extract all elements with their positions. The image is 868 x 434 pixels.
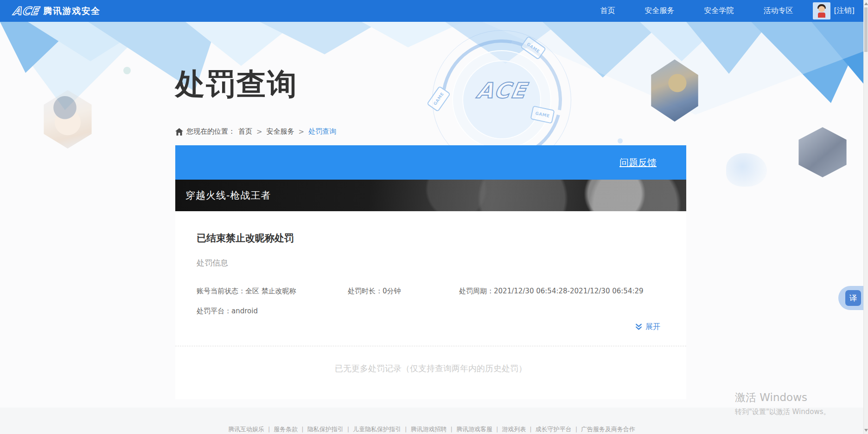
footer: 腾讯互动娱乐|服务条款|隐私保护指引|儿童隐私保护指引|腾讯游戏招聘|腾讯游戏客… [0, 408, 868, 434]
breadcrumb-separator: > [299, 128, 305, 136]
deco-hexagon-character-right [647, 59, 702, 122]
footer-link[interactable]: 广告服务及商务合作 [581, 426, 635, 433]
footer-link[interactable]: 隐私保护指引 [307, 426, 344, 433]
footer-separator: | [496, 426, 498, 433]
footer-separator: | [530, 426, 531, 433]
field-label: 处罚平台： [197, 307, 231, 315]
scrollbar-thumb[interactable] [864, 7, 868, 52]
field-label: 处罚周期： [459, 287, 494, 295]
footer-link[interactable]: 腾讯游戏客服 [456, 426, 492, 433]
footer-link[interactable]: 成长守护平台 [536, 426, 572, 433]
game-tag-icon: GAME [427, 86, 451, 112]
user-avatar[interactable] [813, 2, 830, 19]
watermark-title: 激活 Windows [735, 390, 830, 405]
field-account-status: 账号当前状态：全区 禁止改昵称 [197, 287, 348, 296]
logout-link[interactable]: [注销] [834, 6, 855, 16]
no-more-records-message: 已无更多处罚记录（仅支持查询两年内的历史处罚） [175, 346, 686, 399]
deco-hexagon-dark [795, 127, 850, 177]
breadcrumb-current: 处罚查询 [308, 127, 336, 136]
footer-link[interactable]: 儿童隐私保护指引 [353, 426, 401, 433]
nav-item-security-academy[interactable]: 安全学院 [704, 6, 734, 16]
translate-icon: 译 [845, 290, 861, 306]
nav-item-home[interactable]: 首页 [600, 6, 615, 16]
deco-dot [618, 138, 623, 143]
field-platform: 处罚平台：android [197, 307, 258, 316]
nav-item-activity-zone[interactable]: 活动专区 [764, 6, 793, 16]
punishment-record: 已结束禁止改昵称处罚 处罚信息 账号当前状态：全区 禁止改昵称 处罚时长：0分钟… [175, 232, 686, 332]
emblem-mid-ring [452, 50, 551, 149]
punishment-query-card: 问题反馈 穿越火线-枪战王者 已结束禁止改昵称处罚 处罚信息 账号当前状态：全区… [175, 145, 686, 399]
footer-separator: | [268, 426, 270, 433]
brand-title: 腾讯游戏安全 [44, 5, 101, 17]
breadcrumb: 您现在的位置： 首页 > 安全服务 > 处罚查询 [175, 127, 336, 136]
brand[interactable]: ACE 腾讯游戏安全 [13, 5, 101, 17]
vertical-scrollbar[interactable] [863, 0, 868, 434]
footer-links: 腾讯互动娱乐|服务条款|隐私保护指引|儿童隐私保护指引|腾讯游戏招聘|腾讯游戏客… [0, 425, 863, 434]
record-section-label: 处罚信息 [197, 258, 665, 268]
home-icon [175, 128, 183, 136]
avatar-face [818, 6, 825, 12]
field-value: 0分钟 [383, 287, 401, 295]
footer-link[interactable]: 腾讯游戏招聘 [411, 426, 447, 433]
footer-link[interactable]: 腾讯互动娱乐 [228, 426, 264, 433]
breadcrumb-security-services[interactable]: 安全服务 [267, 127, 294, 136]
scrollbar-down-arrow-icon[interactable] [864, 429, 868, 432]
footer-separator: | [405, 426, 407, 433]
deco-character-fairy [726, 153, 767, 187]
game-tag-icon: GAME [520, 36, 547, 60]
expand-row: 展开 [197, 322, 665, 332]
field-period: 处罚周期：2021/12/30 06:54:28-2021/12/30 06:5… [459, 287, 644, 296]
page-title: 处罚查询 [175, 64, 298, 104]
footer-separator: | [451, 426, 453, 433]
scrollbar-up-arrow-icon[interactable] [864, 2, 868, 5]
game-tag-icon: GAME [530, 105, 555, 123]
game-banner: 穿越火线-枪战王者 [175, 180, 686, 211]
breadcrumb-home[interactable]: 首页 [238, 127, 252, 136]
chevron-double-down-icon[interactable] [635, 323, 643, 331]
field-label: 账号当前状态： [197, 287, 245, 295]
top-navbar: ACE 腾讯游戏安全 首页 安全服务 安全学院 活动专区 [注销] [0, 0, 868, 22]
emblem-ace-logo: ACE [461, 78, 542, 103]
breadcrumb-prefix: 您现在的位置： [186, 127, 235, 136]
feedback-banner: 问题反馈 [175, 145, 686, 180]
emblem-disc [462, 60, 541, 139]
game-title: 穿越火线-枪战王者 [185, 189, 271, 202]
feedback-link[interactable]: 问题反馈 [619, 156, 657, 169]
field-value: 2021/12/30 06:54:28-2021/12/30 06:54:29 [494, 287, 644, 295]
footer-separator: | [347, 426, 349, 433]
footer-link[interactable]: 服务条款 [274, 426, 298, 433]
hero-polygon-band [0, 22, 868, 129]
field-label: 处罚时长： [348, 287, 383, 295]
nav-item-security-services[interactable]: 安全服务 [645, 6, 675, 16]
footer-separator: | [301, 426, 303, 433]
field-value: android [231, 307, 258, 315]
footer-separator: | [575, 426, 577, 433]
expand-button[interactable]: 展开 [645, 322, 660, 332]
record-title: 已结束禁止改昵称处罚 [197, 232, 665, 245]
breadcrumb-separator: > [256, 128, 262, 136]
field-value: 全区 禁止改昵称 [245, 287, 296, 295]
deco-hexagon-character-left [40, 90, 96, 149]
record-fields-row: 处罚平台：android [197, 307, 665, 316]
ace-logo-icon: ACE [12, 6, 40, 17]
record-fields-row: 账号当前状态：全区 禁止改昵称 处罚时长：0分钟 处罚周期：2021/12/30… [197, 287, 665, 296]
avatar-shirt [818, 13, 825, 18]
primary-nav: 首页 安全服务 安全学院 活动专区 [注销] [571, 2, 855, 19]
field-duration: 处罚时长：0分钟 [348, 287, 459, 296]
footer-link[interactable]: 游戏列表 [502, 426, 526, 433]
deco-dot [123, 67, 131, 74]
